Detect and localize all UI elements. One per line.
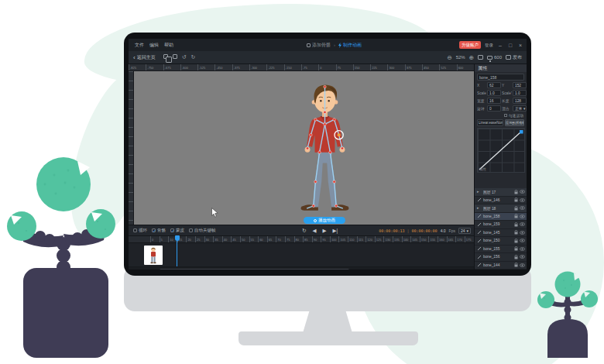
- visibility-eye-icon[interactable]: [520, 215, 525, 218]
- layer-row[interactable]: 图层 17: [475, 188, 527, 197]
- fps-select[interactable]: 24 ▾: [458, 228, 471, 234]
- lock-icon[interactable]: [514, 246, 518, 251]
- property-input[interactable]: 正常 ▾: [513, 105, 527, 112]
- easing-curve-editor[interactable]: 线性: [477, 128, 525, 173]
- close-button[interactable]: ×: [517, 43, 523, 48]
- timeline-tracks[interactable]: [129, 242, 474, 266]
- minimize-button[interactable]: –: [497, 43, 503, 48]
- loop-button[interactable]: ↻: [302, 228, 306, 234]
- layer-row[interactable]: 图层 18: [475, 204, 527, 213]
- layer-type-icon: [477, 206, 482, 211]
- visibility-eye-icon[interactable]: [520, 231, 525, 235]
- visibility-eye-icon[interactable]: [520, 190, 525, 194]
- checkbox-icon[interactable]: [133, 228, 137, 232]
- upgrade-account-button[interactable]: 升级账户: [459, 41, 481, 49]
- lock-icon[interactable]: [514, 214, 518, 218]
- property-input[interactable]: 1.0: [513, 90, 527, 96]
- timeline-scrollbar[interactable]: [129, 267, 474, 270]
- visibility-eye-icon[interactable]: [520, 198, 525, 202]
- track-thumbnail[interactable]: [144, 246, 163, 265]
- timeline-toggle[interactable]: 循环: [133, 228, 147, 233]
- lock-icon[interactable]: [514, 230, 518, 235]
- lock-icon[interactable]: [514, 255, 518, 259]
- maximize-button[interactable]: □: [507, 43, 513, 48]
- speed-value[interactable]: 4.0: [441, 228, 446, 233]
- layer-row[interactable]: bone_158: [475, 213, 527, 221]
- property-input[interactable]: 16: [487, 98, 501, 104]
- breadcrumb-separator: ›: [334, 43, 335, 47]
- visibility-eye-icon[interactable]: [520, 222, 525, 226]
- easing-select[interactable]: Linear.easeNone ▾: [477, 119, 503, 126]
- lock-icon[interactable]: [514, 197, 518, 202]
- layer-row[interactable]: bone_146: [475, 197, 527, 205]
- property-input[interactable]: 152: [513, 82, 527, 88]
- zoom-in-button[interactable]: ⊕: [469, 54, 474, 61]
- back-home-button[interactable]: ‹ 返回主页: [133, 54, 156, 61]
- lock-icon[interactable]: [514, 263, 518, 267]
- property-input[interactable]: 62: [487, 82, 501, 88]
- breadcrumb-step-bones[interactable]: 添加骨骼: [307, 42, 331, 49]
- menu-item[interactable]: 编辑: [149, 42, 159, 49]
- frame-tick: 50: [240, 236, 249, 242]
- checkbox-icon[interactable]: [189, 228, 193, 232]
- timeline-toggle[interactable]: 蒙皮: [170, 228, 184, 233]
- curve-handle[interactable]: [520, 130, 523, 134]
- uniform-motion-toggle[interactable]: 匀速运动: [478, 113, 523, 118]
- visibility-eye-icon[interactable]: [520, 263, 525, 267]
- frame-tick: 170: [455, 236, 465, 242]
- play-button[interactable]: ▶: [322, 228, 326, 234]
- zoom-level[interactable]: 52%: [456, 55, 465, 60]
- link-icon[interactable]: [173, 54, 177, 59]
- frame-tick: 105: [338, 236, 348, 242]
- ruler-tick: -375: [232, 64, 249, 70]
- prev-frame-button[interactable]: ◀: [312, 228, 316, 234]
- layer-row[interactable]: bone_150: [475, 237, 527, 246]
- layer-row[interactable]: bone_159: [475, 221, 527, 229]
- lock-icon[interactable]: [514, 222, 518, 227]
- layer-row[interactable]: bone_156: [475, 253, 527, 262]
- login-button[interactable]: 登录: [485, 43, 493, 48]
- ruler-tick: 600: [457, 64, 474, 70]
- timeline-toggle[interactable]: 自动关键帧: [189, 228, 216, 233]
- fit-screen-icon[interactable]: [478, 55, 483, 60]
- layer-row[interactable]: bone_155: [475, 246, 527, 254]
- lock-icon[interactable]: [514, 206, 518, 211]
- menu-item[interactable]: 文件: [135, 42, 144, 49]
- visibility-eye-icon[interactable]: [520, 239, 525, 242]
- undo-button[interactable]: ↺: [182, 54, 187, 60]
- stage-canvas[interactable]: 播放动画: [134, 71, 474, 225]
- scrollbar-thumb[interactable]: [160, 269, 349, 270]
- visibility-eye-icon[interactable]: [520, 206, 525, 210]
- ruler-tick: 300: [387, 64, 404, 70]
- properties-panel: 属性 bone_158 X 62 Y 152 ScaleX 1.0 ScaleY: [474, 64, 527, 270]
- apply-to-all-frames-button[interactable]: 应用到所有帧: [505, 119, 524, 126]
- timeline-toggle[interactable]: 骨骼: [152, 228, 166, 233]
- play-animation-button[interactable]: 播放动画: [304, 217, 345, 224]
- property-input[interactable]: 1.0: [487, 90, 501, 96]
- property-input[interactable]: 0: [487, 105, 501, 112]
- bone-name-field[interactable]: bone_158: [477, 74, 524, 81]
- property-input[interactable]: 128: [513, 98, 527, 104]
- checkbox-icon[interactable]: [152, 228, 156, 232]
- timeline-playhead[interactable]: [177, 235, 177, 266]
- menu-item[interactable]: 帮助: [164, 42, 173, 49]
- copy-icon[interactable]: [163, 54, 168, 59]
- character-rig-figure[interactable]: [288, 81, 362, 215]
- breadcrumb-step-animate[interactable]: 制作动画: [338, 42, 362, 49]
- layer-row[interactable]: bone_144: [475, 262, 527, 270]
- checkbox-icon[interactable]: [504, 114, 507, 117]
- visibility-eye-icon[interactable]: [520, 255, 525, 259]
- monitor-stand-neck: [303, 310, 352, 333]
- redo-button[interactable]: ↻: [191, 54, 196, 60]
- frame-ruler[interactable]: 0510152025303540455055606570758085909510…: [129, 235, 474, 242]
- next-frame-button[interactable]: ▶|: [332, 228, 338, 234]
- checkbox-icon[interactable]: [170, 228, 174, 232]
- publish-button[interactable]: 发布: [506, 54, 522, 61]
- canvas-size-button[interactable]: 600: [487, 55, 502, 60]
- zoom-out-button[interactable]: ⊖: [447, 54, 451, 61]
- layer-name: bone_156: [483, 255, 513, 259]
- lock-icon[interactable]: [514, 190, 518, 194]
- layer-row[interactable]: bone_145: [475, 229, 527, 238]
- lock-icon[interactable]: [514, 239, 518, 243]
- visibility-eye-icon[interactable]: [520, 247, 525, 251]
